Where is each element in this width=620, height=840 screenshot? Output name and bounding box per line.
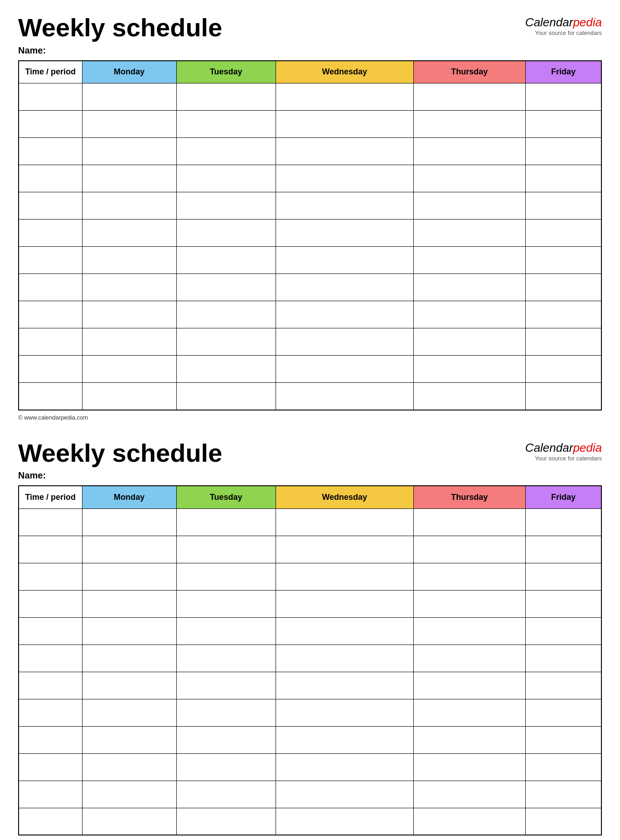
table-cell[interactable] <box>176 138 276 165</box>
table-cell[interactable] <box>82 247 176 274</box>
table-cell[interactable] <box>176 356 276 383</box>
table-cell[interactable] <box>526 274 602 301</box>
table-cell[interactable] <box>276 645 413 672</box>
table-cell[interactable] <box>526 111 602 138</box>
table-cell[interactable] <box>19 781 82 808</box>
table-cell[interactable] <box>276 138 413 165</box>
table-cell[interactable] <box>276 808 413 835</box>
table-cell[interactable] <box>526 672 602 699</box>
table-cell[interactable] <box>526 165 602 192</box>
table-cell[interactable] <box>176 328 276 356</box>
table-cell[interactable] <box>276 192 413 220</box>
table-cell[interactable] <box>176 699 276 726</box>
table-cell[interactable] <box>82 508 176 536</box>
table-cell[interactable] <box>176 383 276 410</box>
table-cell[interactable] <box>176 563 276 590</box>
table-cell[interactable] <box>19 111 82 138</box>
table-cell[interactable] <box>276 220 413 247</box>
table-cell[interactable] <box>82 726 176 753</box>
table-cell[interactable] <box>176 274 276 301</box>
table-cell[interactable] <box>526 536 602 563</box>
table-cell[interactable] <box>82 83 176 111</box>
table-cell[interactable] <box>413 536 525 563</box>
table-cell[interactable] <box>276 274 413 301</box>
table-cell[interactable] <box>526 645 602 672</box>
table-cell[interactable] <box>526 192 602 220</box>
table-cell[interactable] <box>176 247 276 274</box>
table-cell[interactable] <box>413 165 525 192</box>
table-cell[interactable] <box>82 536 176 563</box>
table-cell[interactable] <box>19 301 82 328</box>
table-cell[interactable] <box>526 328 602 356</box>
table-cell[interactable] <box>82 672 176 699</box>
table-cell[interactable] <box>413 192 525 220</box>
table-cell[interactable] <box>19 753 82 781</box>
table-cell[interactable] <box>276 672 413 699</box>
table-cell[interactable] <box>176 808 276 835</box>
table-cell[interactable] <box>176 220 276 247</box>
table-cell[interactable] <box>413 563 525 590</box>
table-cell[interactable] <box>176 536 276 563</box>
table-cell[interactable] <box>413 808 525 835</box>
table-cell[interactable] <box>276 753 413 781</box>
table-cell[interactable] <box>413 726 525 753</box>
table-cell[interactable] <box>413 699 525 726</box>
table-cell[interactable] <box>276 617 413 645</box>
table-cell[interactable] <box>276 165 413 192</box>
table-cell[interactable] <box>176 165 276 192</box>
table-cell[interactable] <box>526 726 602 753</box>
table-cell[interactable] <box>276 301 413 328</box>
table-cell[interactable] <box>82 781 176 808</box>
table-cell[interactable] <box>19 138 82 165</box>
table-cell[interactable] <box>526 301 602 328</box>
table-cell[interactable] <box>82 111 176 138</box>
table-cell[interactable] <box>19 617 82 645</box>
table-cell[interactable] <box>276 508 413 536</box>
table-cell[interactable] <box>413 590 525 617</box>
table-cell[interactable] <box>413 508 525 536</box>
table-cell[interactable] <box>19 672 82 699</box>
table-cell[interactable] <box>176 508 276 536</box>
table-cell[interactable] <box>526 781 602 808</box>
table-cell[interactable] <box>82 165 176 192</box>
table-cell[interactable] <box>176 83 276 111</box>
table-cell[interactable] <box>19 220 82 247</box>
table-cell[interactable] <box>82 328 176 356</box>
table-cell[interactable] <box>82 753 176 781</box>
table-cell[interactable] <box>82 356 176 383</box>
table-cell[interactable] <box>413 274 525 301</box>
table-cell[interactable] <box>413 138 525 165</box>
table-cell[interactable] <box>176 590 276 617</box>
table-cell[interactable] <box>413 645 525 672</box>
table-cell[interactable] <box>82 645 176 672</box>
table-cell[interactable] <box>413 672 525 699</box>
table-cell[interactable] <box>82 192 176 220</box>
table-cell[interactable] <box>19 274 82 301</box>
table-cell[interactable] <box>176 781 276 808</box>
table-cell[interactable] <box>413 356 525 383</box>
table-cell[interactable] <box>276 111 413 138</box>
table-cell[interactable] <box>526 508 602 536</box>
table-cell[interactable] <box>19 508 82 536</box>
table-cell[interactable] <box>276 699 413 726</box>
table-cell[interactable] <box>82 563 176 590</box>
table-cell[interactable] <box>413 328 525 356</box>
table-cell[interactable] <box>19 699 82 726</box>
table-cell[interactable] <box>526 753 602 781</box>
table-cell[interactable] <box>176 726 276 753</box>
table-cell[interactable] <box>526 590 602 617</box>
table-cell[interactable] <box>82 617 176 645</box>
table-cell[interactable] <box>276 247 413 274</box>
table-cell[interactable] <box>526 220 602 247</box>
table-cell[interactable] <box>19 590 82 617</box>
table-cell[interactable] <box>413 111 525 138</box>
table-cell[interactable] <box>82 138 176 165</box>
table-cell[interactable] <box>413 781 525 808</box>
table-cell[interactable] <box>19 83 82 111</box>
table-cell[interactable] <box>276 383 413 410</box>
table-cell[interactable] <box>526 383 602 410</box>
table-cell[interactable] <box>276 83 413 111</box>
table-cell[interactable] <box>82 383 176 410</box>
table-cell[interactable] <box>176 753 276 781</box>
table-cell[interactable] <box>413 247 525 274</box>
